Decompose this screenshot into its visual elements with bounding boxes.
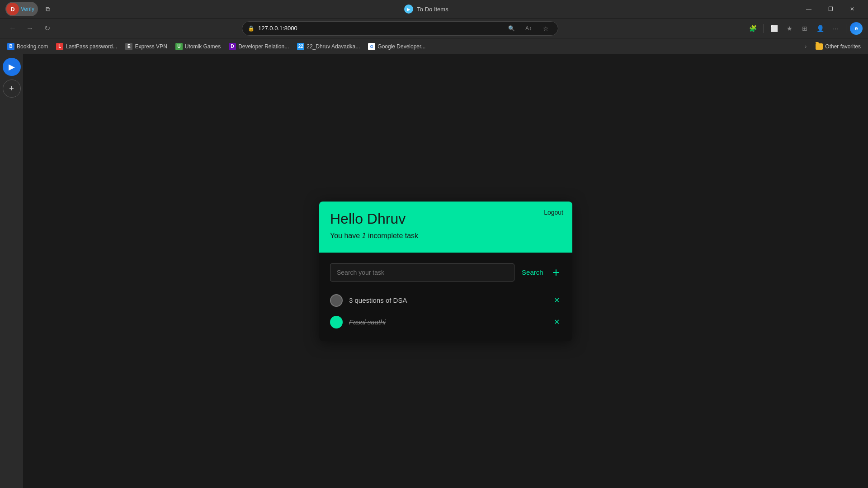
task-count-prefix: You have — [330, 232, 362, 239]
delete-task-1-button[interactable]: ✕ — [552, 295, 561, 306]
more-bookmarks-button[interactable]: › — [800, 41, 811, 52]
task-item: 3 questions of DSA ✕ — [330, 292, 561, 309]
extensions-icon[interactable]: 🧩 — [746, 22, 760, 35]
titlebar-left: D Verify ⧉ — [5, 2, 54, 16]
split-view-icon[interactable]: ⬜ — [767, 22, 781, 35]
task-circle-2[interactable] — [330, 316, 343, 328]
profile-label: Verify — [21, 6, 34, 12]
googledev-icon: G — [368, 43, 375, 50]
task-text-2: Fasal saathi — [349, 318, 546, 326]
search-row: Search + — [330, 263, 561, 282]
bookmark-22dhruv-label: 22_Dhruv Adavadka... — [307, 43, 360, 50]
bookmark-googledev[interactable]: G Google Developer... — [364, 41, 429, 52]
greeting-title: Hello Dhruv — [330, 211, 561, 227]
tab-list-icon[interactable]: ⧉ — [42, 3, 54, 15]
bookmark-devrelation[interactable]: D Developer Relation... — [225, 41, 292, 52]
minimize-button[interactable]: — — [798, 0, 819, 18]
lastpass-icon: L — [56, 43, 63, 50]
tab-favicon: ▶ — [404, 5, 413, 14]
bookmark-utomik[interactable]: U Utomik Games — [172, 41, 224, 52]
text-size-icon[interactable]: A↕ — [522, 22, 535, 35]
back-button[interactable]: ← — [5, 21, 20, 36]
bookmarks-bar: B Booking.com L LastPass password... E E… — [0, 38, 868, 54]
edge-icon[interactable]: e — [850, 22, 863, 35]
bookmark-booking[interactable]: B Booking.com — [4, 41, 52, 52]
avatar: D — [6, 3, 19, 15]
other-favorites-label: Other favorites — [825, 43, 861, 50]
more-tools-icon[interactable]: ··· — [829, 22, 842, 35]
forward-button[interactable]: → — [23, 21, 37, 36]
addressbar-icons: 🧩 ⬜ ★ ⊞ 👤 ··· e — [746, 22, 863, 35]
sidebar: ▶ + — [0, 54, 24, 488]
task-text-1: 3 questions of DSA — [349, 296, 546, 304]
task-count-num: 1 — [362, 232, 366, 239]
favorite-icon[interactable]: ☆ — [539, 22, 552, 35]
lock-icon: 🔒 — [248, 25, 255, 32]
add-task-button[interactable]: + — [551, 266, 561, 279]
titlebar-controls: — ❐ ✕ — [798, 0, 863, 18]
task-count-suffix: incomplete task — [366, 232, 419, 239]
task-circle-1[interactable] — [330, 294, 343, 307]
address-field[interactable]: 🔒 127.0.0.1:8000 🔍 A↕ ☆ — [242, 21, 558, 36]
bookmark-22dhruv[interactable]: 22 22_Dhruv Adavadka... — [293, 41, 363, 52]
card-body: Search + 3 questions of DSA ✕ Fasal saat… — [319, 253, 572, 341]
profile-button[interactable]: D Verify — [5, 2, 38, 16]
tasks-list: 3 questions of DSA ✕ Fasal saathi ✕ — [330, 292, 561, 330]
bookmark-lastpass[interactable]: L LastPass password... — [52, 41, 121, 52]
sidebar-home-button[interactable]: ▶ — [3, 58, 21, 76]
other-favorites[interactable]: Other favorites — [812, 42, 864, 52]
tab-title: To Do Items — [417, 6, 448, 13]
bookmark-googledev-label: Google Developer... — [377, 43, 425, 50]
collections-icon[interactable]: ⊞ — [798, 22, 811, 35]
utomik-icon: U — [175, 43, 183, 50]
bookmark-expressvpn[interactable]: E Express VPN — [122, 41, 170, 52]
bookmark-devrelation-label: Developer Relation... — [238, 43, 289, 50]
task-count-text: You have 1 incomplete task — [330, 232, 561, 240]
refresh-button[interactable]: ↻ — [40, 21, 54, 36]
card-header: Logout Hello Dhruv You have 1 incomplete… — [319, 202, 572, 253]
search-input[interactable] — [330, 263, 514, 282]
titlebar: D Verify ⧉ ▶ To Do Items — ❐ ✕ — [0, 0, 868, 18]
share-icon[interactable]: 👤 — [813, 22, 827, 35]
main-content: Logout Hello Dhruv You have 1 incomplete… — [24, 54, 868, 488]
separator — [763, 24, 764, 33]
delete-task-2-button[interactable]: ✕ — [552, 317, 561, 328]
close-button[interactable]: ✕ — [842, 0, 863, 18]
task-item: Fasal saathi ✕ — [330, 314, 561, 330]
separator2 — [846, 24, 846, 33]
url-display: 127.0.0.1:8000 — [258, 25, 501, 32]
bookmark-lastpass-label: LastPass password... — [66, 43, 117, 50]
logout-button[interactable]: Logout — [544, 209, 563, 216]
search-button[interactable]: Search — [520, 268, 545, 276]
booking-icon: B — [7, 43, 14, 50]
app-card: Logout Hello Dhruv You have 1 incomplete… — [319, 202, 572, 341]
devrelation-icon: D — [229, 43, 236, 50]
bookmark-expressvpn-label: Express VPN — [135, 43, 167, 50]
expressvpn-icon: E — [125, 43, 132, 50]
bookmark-booking-label: Booking.com — [17, 43, 48, 50]
maximize-button[interactable]: ❐ — [820, 0, 841, 18]
addressbar: ← → ↻ 🔒 127.0.0.1:8000 🔍 A↕ ☆ 🧩 ⬜ ★ ⊞ 👤 … — [0, 18, 868, 38]
bookmark-utomik-label: Utomik Games — [185, 43, 221, 50]
folder-icon — [816, 43, 823, 50]
zoom-icon[interactable]: 🔍 — [505, 22, 518, 35]
22dhruv-icon: 22 — [297, 43, 304, 50]
sidebar-add-button[interactable]: + — [3, 80, 21, 98]
favorites-icon[interactable]: ★ — [783, 22, 796, 35]
titlebar-center: ▶ To Do Items — [58, 5, 795, 14]
